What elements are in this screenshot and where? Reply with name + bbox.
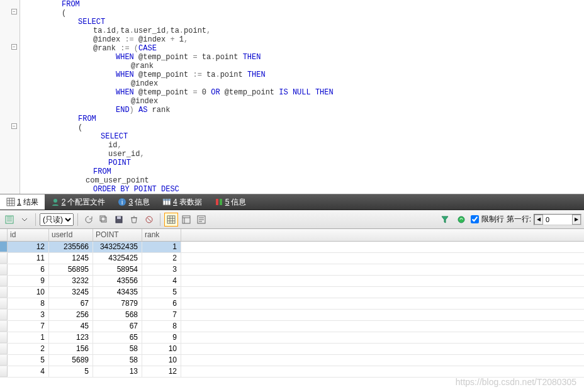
first-row-spinner[interactable]: ◀ ▶ [534, 214, 581, 225]
cell-rank[interactable]: 9 [142, 332, 181, 343]
grid-view-icon[interactable] [164, 213, 178, 227]
cell-userid[interactable]: 123 [49, 332, 93, 343]
fold-icon[interactable]: − [11, 123, 17, 129]
cell-rank[interactable]: 3 [142, 264, 181, 275]
cell-rank[interactable]: 4 [142, 276, 181, 286]
cell-rank[interactable]: 12 [142, 366, 181, 377]
cell-rank[interactable]: 6 [142, 298, 181, 309]
cell-id[interactable]: 2 [8, 344, 49, 354]
table-row[interactable]: 103245434355 [0, 287, 584, 298]
cell-point[interactable]: 43435 [93, 287, 142, 298]
table-row[interactable]: 11124543254252 [0, 253, 584, 264]
table-row[interactable]: 86778796 [0, 298, 584, 310]
cell-rank[interactable]: 2 [142, 253, 181, 264]
cell-id[interactable]: 9 [8, 276, 49, 286]
col-rank[interactable]: rank [142, 229, 181, 241]
row-marker[interactable] [0, 344, 8, 354]
cell-id[interactable]: 1 [8, 332, 49, 343]
row-marker[interactable] [0, 321, 8, 332]
cell-rank[interactable]: 5 [142, 287, 181, 298]
cell-rank[interactable]: 1 [142, 242, 181, 252]
cell-userid[interactable]: 56895 [49, 264, 93, 275]
spin-right-icon[interactable]: ▶ [572, 215, 581, 225]
row-marker[interactable] [0, 253, 8, 264]
cell-point[interactable]: 58954 [93, 264, 142, 275]
cell-point[interactable]: 13 [93, 366, 142, 377]
delete-icon[interactable] [127, 213, 141, 227]
cell-point[interactable]: 343252435 [93, 242, 142, 252]
fold-icon[interactable]: − [11, 9, 17, 14]
cell-point[interactable]: 58 [93, 355, 142, 366]
cell-rank[interactable]: 7 [142, 310, 181, 320]
form-view-icon[interactable] [179, 213, 193, 227]
row-marker[interactable] [0, 332, 8, 343]
refresh-green-icon[interactable] [454, 213, 468, 227]
row-marker[interactable] [0, 355, 8, 366]
cell-userid[interactable]: 3245 [49, 287, 93, 298]
cell-id[interactable]: 11 [8, 253, 49, 264]
cell-rank[interactable]: 10 [142, 344, 181, 354]
col-userid[interactable]: userId [49, 229, 93, 241]
table-row[interactable]: 32565687 [0, 310, 584, 321]
spin-left-icon[interactable]: ◀ [534, 215, 543, 225]
row-marker[interactable] [0, 264, 8, 275]
cell-rank[interactable]: 10 [142, 355, 181, 366]
code-content[interactable]: FROM(SELECTta.id,ta.user_id,ta.point,@in… [20, 0, 337, 194]
tab-信息[interactable]: 5 信息 [208, 194, 253, 210]
table-row[interactable]: 556895810 [0, 355, 584, 366]
result-grid[interactable]: id userId POINT rank 1223556634325243511… [0, 229, 584, 378]
refresh-icon[interactable] [82, 213, 96, 227]
table-row[interactable]: 656895589543 [0, 264, 584, 276]
cell-userid[interactable]: 45 [49, 321, 93, 332]
cell-rank[interactable]: 8 [142, 321, 181, 332]
cell-point[interactable]: 43556 [93, 276, 142, 286]
tab-个配置文件[interactable]: 2 个配置文件 [45, 194, 112, 210]
cell-userid[interactable]: 1245 [49, 253, 93, 264]
table-row[interactable]: 745678 [0, 321, 584, 332]
row-marker[interactable] [0, 276, 8, 286]
limit-rows-checkbox[interactable]: 限制行 [471, 214, 503, 225]
first-row-input[interactable] [543, 215, 572, 224]
cell-userid[interactable]: 256 [49, 310, 93, 320]
cell-userid[interactable]: 156 [49, 344, 93, 354]
cell-id[interactable]: 6 [8, 264, 49, 275]
tab-信息[interactable]: i3 信息 [111, 194, 156, 210]
cancel-icon[interactable] [142, 213, 156, 227]
row-marker[interactable] [0, 366, 8, 377]
table-row[interactable]: 93232435564 [0, 276, 584, 287]
cell-point[interactable]: 7879 [93, 298, 142, 309]
cell-userid[interactable]: 3232 [49, 276, 93, 286]
cell-id[interactable]: 7 [8, 321, 49, 332]
row-marker[interactable] [0, 298, 8, 309]
col-id[interactable]: id [8, 229, 49, 241]
cell-userid[interactable]: 67 [49, 298, 93, 309]
tab-结果[interactable]: 1 结果 [0, 194, 45, 210]
table-row[interactable]: 1123659 [0, 332, 584, 344]
cell-userid[interactable]: 5689 [49, 355, 93, 366]
cell-id[interactable]: 10 [8, 287, 49, 298]
cell-point[interactable]: 65 [93, 332, 142, 343]
table-row[interactable]: 21565810 [0, 344, 584, 355]
sql-editor[interactable]: −−− FROM(SELECTta.id,ta.user_id,ta.point… [0, 0, 584, 194]
cell-point[interactable]: 67 [93, 321, 142, 332]
fold-icon[interactable]: − [11, 44, 17, 50]
cell-id[interactable]: 5 [8, 355, 49, 366]
cell-userid[interactable]: 5 [49, 366, 93, 377]
copy-icon[interactable] [97, 213, 111, 227]
cell-userid[interactable]: 235566 [49, 242, 93, 252]
cell-point[interactable]: 568 [93, 310, 142, 320]
text-view-icon[interactable] [194, 213, 208, 227]
tab-表数据[interactable]: 4 表数据 [156, 194, 208, 210]
cell-id[interactable]: 3 [8, 310, 49, 320]
row-marker[interactable] [0, 242, 8, 252]
save-icon[interactable] [112, 213, 126, 227]
table-row[interactable]: 122355663432524351 [0, 242, 584, 253]
row-marker[interactable] [0, 310, 8, 320]
table-row[interactable]: 451312 [0, 366, 584, 378]
export-icon[interactable] [3, 213, 16, 227]
col-point[interactable]: POINT [93, 229, 142, 241]
cell-id[interactable]: 4 [8, 366, 49, 377]
cell-point[interactable]: 4325425 [93, 253, 142, 264]
cell-id[interactable]: 12 [8, 242, 49, 252]
cell-point[interactable]: 58 [93, 344, 142, 354]
